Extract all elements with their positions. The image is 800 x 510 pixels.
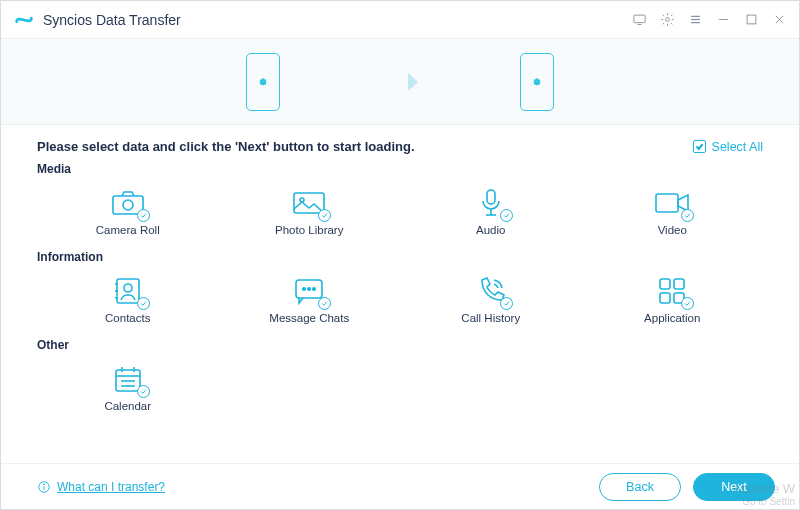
check-badge-icon [681,297,694,310]
section-label-media: Media [37,162,763,176]
item-label: Message Chats [269,312,349,324]
gear-icon[interactable] [659,12,675,28]
calendar-icon [108,362,148,396]
check-badge-icon [137,385,150,398]
maximize-icon[interactable] [743,12,759,28]
info-icon [37,480,51,494]
svg-rect-24 [117,279,139,303]
footer-buttons: Back Next [599,473,775,501]
media-grid: Camera Roll Photo Library Audio [37,180,763,244]
back-button-label: Back [626,480,654,494]
item-label: Calendar [104,400,151,412]
item-label: Video [658,224,687,236]
contacts-icon [108,274,148,308]
menu-icon[interactable] [687,12,703,28]
instruction-text: Please select data and click the 'Next' … [37,139,415,154]
item-label: Audio [476,224,505,236]
item-label: Contacts [105,312,150,324]
check-badge-icon [137,297,150,310]
device-hero [1,39,799,125]
item-camera-roll[interactable]: Camera Roll [37,180,219,244]
item-label: Call History [461,312,520,324]
item-audio[interactable]: Audio [400,180,582,244]
minimize-icon[interactable] [715,12,731,28]
section-label-information: Information [37,250,763,264]
other-grid: Calendar [37,356,763,420]
item-label: Application [644,312,700,324]
section-label-other: Other [37,338,763,352]
back-button[interactable]: Back [599,473,681,501]
close-icon[interactable] [771,12,787,28]
instruction-row: Please select data and click the 'Next' … [37,139,763,154]
item-label: Photo Library [275,224,343,236]
display-icon[interactable] [631,12,647,28]
check-badge-icon [137,209,150,222]
svg-rect-7 [747,15,756,24]
message-icon [289,274,329,308]
item-application[interactable]: Application [582,268,764,332]
check-badge-icon [500,297,513,310]
check-badge-icon [318,297,331,310]
video-icon [652,186,692,220]
help-link-label: What can I transfer? [57,480,165,494]
app-logo [13,9,35,31]
transfer-arrow-icon [380,69,420,95]
svg-point-2 [665,18,669,22]
item-contacts[interactable]: Contacts [37,268,219,332]
titlebar: Syncios Data Transfer [1,1,799,39]
check-badge-icon [681,209,694,222]
svg-rect-33 [660,279,670,289]
help-link[interactable]: What can I transfer? [37,480,165,494]
audio-icon [471,186,511,220]
svg-point-32 [313,288,316,291]
item-photo-library[interactable]: Photo Library [219,180,401,244]
footer: What can I transfer? Back Next [1,463,799,509]
next-button-label: Next [721,480,747,494]
svg-point-10 [260,78,267,85]
item-video[interactable]: Video [582,180,764,244]
item-calendar[interactable]: Calendar [37,356,219,420]
app-title: Syncios Data Transfer [43,12,181,28]
svg-rect-0 [633,15,644,23]
item-label: Camera Roll [96,224,160,236]
item-message-chats[interactable]: Message Chats [219,268,401,332]
app-window: Syncios Data Transfer [0,0,800,510]
svg-rect-20 [487,190,495,204]
information-grid: Contacts Message Chats Call History [37,268,763,332]
svg-point-45 [44,483,45,484]
svg-rect-34 [674,279,684,289]
camera-icon [108,186,148,220]
item-call-history[interactable]: Call History [400,268,582,332]
check-badge-icon [500,209,513,222]
svg-rect-23 [656,194,678,212]
select-all-checkbox[interactable]: Select All [693,140,763,154]
svg-point-31 [308,288,311,291]
svg-point-11 [262,78,263,79]
photo-library-icon [289,186,329,220]
svg-point-14 [536,78,537,79]
svg-point-30 [303,288,306,291]
next-button[interactable]: Next [693,473,775,501]
svg-rect-35 [660,293,670,303]
svg-point-13 [534,78,541,85]
svg-point-17 [123,200,133,210]
titlebar-controls [631,12,787,28]
check-badge-icon [318,209,331,222]
target-phone-icon [520,53,554,111]
content-area: Please select data and click the 'Next' … [1,125,799,463]
select-all-label: Select All [712,140,763,154]
svg-point-25 [124,284,132,292]
checkbox-icon [693,140,706,153]
call-history-icon [471,274,511,308]
application-icon [652,274,692,308]
source-phone-icon [246,53,280,111]
